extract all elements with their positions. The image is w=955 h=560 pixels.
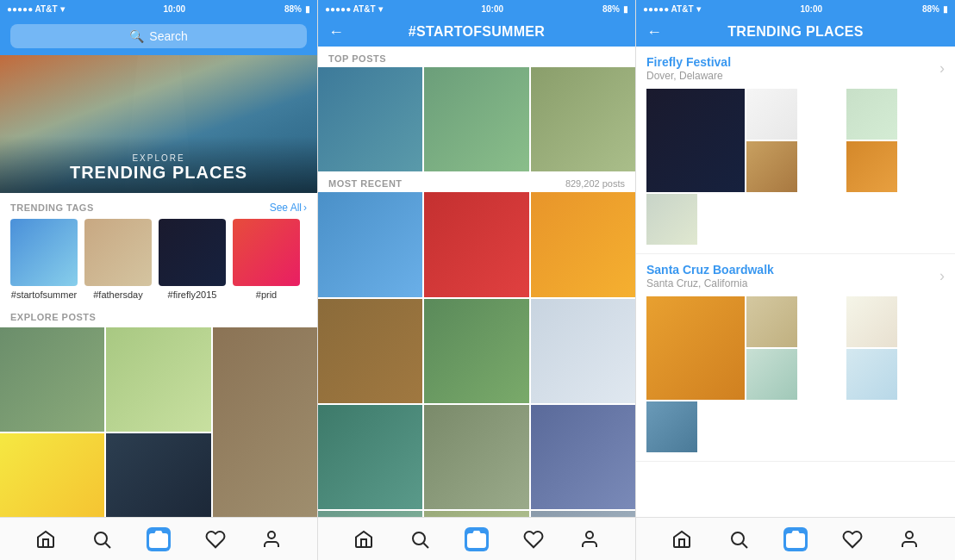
status-right-3: 88% ▮ [922, 4, 948, 14]
firefly-photo-0[interactable] [646, 89, 745, 192]
most-recent-grid [318, 192, 635, 517]
place-item-firefly[interactable]: Firefly Festival Dover, Delaware › [636, 47, 955, 254]
firefly-photo-4[interactable] [846, 141, 897, 192]
recent-post-0[interactable] [318, 192, 422, 296]
search-bar[interactable]: 🔍 Search [10, 24, 307, 48]
tag-item-2[interactable]: #firefly2015 [159, 219, 226, 300]
nav-heart-2[interactable] [521, 527, 546, 551]
most-recent-title: MOST RECENT [328, 178, 403, 189]
recent-post-7[interactable] [424, 405, 528, 509]
bottom-nav-1 [0, 517, 317, 560]
wifi-icon-1: ▾ [60, 4, 65, 14]
recent-post-2[interactable] [531, 192, 635, 296]
battery-icon-1: ▮ [305, 4, 310, 14]
recent-post-4[interactable] [424, 299, 528, 403]
recent-post-9[interactable] [318, 511, 422, 517]
nav-profile-2[interactable] [577, 527, 602, 551]
tag-thumb-2 [159, 219, 226, 286]
time-1: 10:00 [163, 4, 185, 14]
place-name-firefly: Firefly Festival [646, 55, 731, 69]
nav-search-3[interactable] [727, 527, 751, 551]
tag-label-3: #prid [256, 289, 277, 300]
nav-heart-3[interactable] [840, 527, 864, 551]
nav-camera-3[interactable] [783, 527, 808, 551]
battery-icon-3: ▮ [943, 4, 948, 14]
santacruz-photo-5[interactable] [646, 401, 697, 452]
see-all-label: See All [270, 202, 302, 214]
hero-trending-label: TRENDING PLACES [10, 163, 307, 183]
svg-point-9 [586, 532, 593, 538]
recent-post-1[interactable] [424, 192, 528, 296]
place-name-santacruz: Santa Cruz Boardwalk [646, 263, 774, 277]
top-post-2[interactable] [531, 67, 635, 171]
place-item-santacruz[interactable]: Santa Cruz Boardwalk Santa Cruz, Califor… [636, 254, 955, 462]
top-posts-grid [318, 67, 635, 171]
explore-post-3[interactable] [0, 433, 104, 517]
santacruz-photo-0[interactable] [646, 296, 745, 400]
back-button-2[interactable]: ← [328, 23, 344, 41]
nav-search-2[interactable] [408, 527, 432, 551]
nav-home-3[interactable] [670, 527, 694, 551]
nav-home-2[interactable] [352, 527, 376, 551]
firefly-photo-2[interactable] [846, 89, 897, 140]
svg-line-11 [743, 543, 748, 548]
nav-camera-2[interactable] [465, 527, 489, 551]
explore-post-0[interactable] [0, 327, 104, 432]
search-icon: 🔍 [129, 29, 144, 43]
hero-banner[interactable]: EXPLORE TRENDING PLACES [0, 55, 317, 193]
back-button-3[interactable]: ← [646, 23, 662, 41]
carrier-3: ●●●●● AT&T [643, 4, 694, 14]
place-info-firefly: Firefly Festival Dover, Delaware [646, 55, 731, 82]
see-all-button[interactable]: See All › [270, 202, 307, 214]
top-posts-title: TOP POSTS [328, 53, 386, 64]
santacruz-photo-2[interactable] [846, 296, 897, 347]
battery-icon-2: ▮ [623, 4, 628, 14]
nav-profile-1[interactable] [259, 527, 284, 551]
recent-post-8[interactable] [531, 405, 635, 509]
tag-item-1[interactable]: #fathersday [84, 219, 152, 300]
explore-post-2[interactable] [213, 327, 317, 517]
nav-home-1[interactable] [34, 527, 58, 551]
nav-profile-3[interactable] [897, 527, 921, 551]
explore-posts-grid [0, 327, 317, 517]
svg-point-0 [95, 532, 107, 544]
firefly-photo-3[interactable] [746, 141, 797, 192]
status-bar-3: ●●●●● AT&T ▾ 10:00 88% ▮ [636, 0, 955, 17]
time-2: 10:00 [481, 4, 503, 14]
tag-label-2: #firefly2015 [168, 289, 217, 300]
svg-point-10 [732, 532, 744, 544]
hero-explore-label: EXPLORE [10, 153, 307, 163]
nav-search-1[interactable] [90, 527, 114, 551]
recent-post-10[interactable] [424, 511, 528, 517]
santacruz-photo-4[interactable] [846, 349, 897, 400]
explore-post-1[interactable] [106, 327, 210, 432]
tag-thumb-3 [233, 219, 300, 286]
recent-post-5[interactable] [531, 299, 635, 403]
firefly-photo-1[interactable] [746, 89, 797, 140]
recent-post-3[interactable] [318, 299, 422, 403]
search-placeholder: Search [149, 29, 187, 43]
recent-post-11[interactable] [531, 511, 635, 517]
santacruz-photo-3[interactable] [746, 349, 797, 400]
recent-post-6[interactable] [318, 405, 422, 509]
carrier-1: ●●●●● AT&T [7, 4, 58, 14]
santacruz-photo-1[interactable] [746, 296, 797, 347]
top-post-1[interactable] [424, 67, 528, 171]
place-location-santacruz: Santa Cruz, California [646, 277, 774, 289]
nav-heart-1[interactable] [203, 527, 228, 551]
tag-item-0[interactable]: #startofsummer [10, 219, 78, 300]
post-count: 829,202 posts [565, 178, 625, 189]
place-header-firefly: Firefly Festival Dover, Delaware › [646, 55, 945, 82]
tag-thumb-0 [10, 219, 78, 286]
firefly-photo-5[interactable] [646, 194, 697, 245]
svg-point-13 [792, 537, 799, 544]
bottom-nav-2 [318, 517, 635, 560]
tag-item-3[interactable]: #prid [233, 219, 300, 300]
status-left-1: ●●●●● AT&T ▾ [7, 4, 65, 14]
nav-camera-1[interactable] [147, 527, 171, 551]
explore-post-4[interactable] [106, 433, 210, 517]
top-post-0[interactable] [318, 67, 422, 171]
tag-label-1: #fathersday [93, 289, 142, 300]
svg-point-3 [155, 537, 162, 544]
status-left-3: ●●●●● AT&T ▾ [643, 4, 701, 14]
